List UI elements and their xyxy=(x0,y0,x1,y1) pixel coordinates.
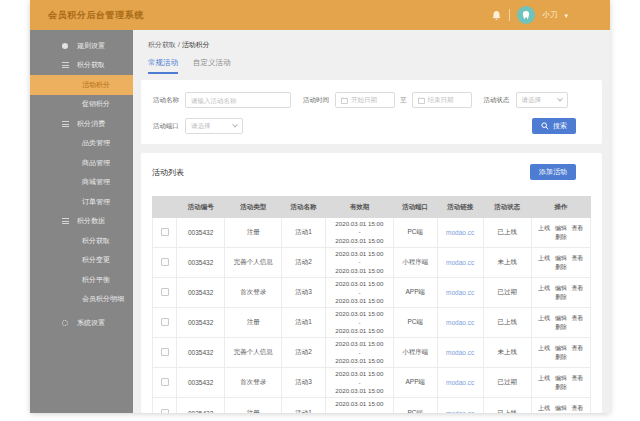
action-edit[interactable]: 编辑 xyxy=(555,225,567,231)
column-header: 有效期 xyxy=(325,197,393,218)
user-menu[interactable]: 小刀 xyxy=(542,10,557,20)
sidebar-item-label: 积分消费 xyxy=(77,119,105,129)
cell-port: PC端 xyxy=(393,398,437,413)
action-edit[interactable]: 编辑 xyxy=(555,405,567,411)
top-bar: 会员积分后台管理系统 小刀 ▾ xyxy=(30,0,610,30)
activity-link[interactable]: modao.cc xyxy=(446,229,474,236)
action-view[interactable]: 查看 xyxy=(572,285,584,291)
tab[interactable]: 自定义活动 xyxy=(193,58,231,74)
action-online[interactable]: 上线 xyxy=(538,345,550,351)
sidebar-item[interactable]: 会员积分明细 xyxy=(30,290,133,310)
start-date-placeholder: 开始日期 xyxy=(351,96,377,105)
validity-to: 2020.03.01 15:00 xyxy=(327,327,392,335)
action-edit[interactable]: 编辑 xyxy=(555,345,567,351)
sidebar-item[interactable]: 商城管理 xyxy=(30,173,133,193)
activity-name-input[interactable] xyxy=(185,92,291,108)
action-online[interactable]: 上线 xyxy=(538,255,550,261)
action-delete[interactable]: 删除 xyxy=(555,384,567,390)
sidebar-item[interactable]: 商品管理 xyxy=(30,153,133,173)
row-checkbox[interactable] xyxy=(161,228,169,236)
sidebar-item[interactable]: 促销积分 xyxy=(30,95,133,115)
action-online[interactable]: 上线 xyxy=(538,315,550,321)
sidebar-item-label: 积分平衡 xyxy=(82,275,110,285)
sidebar: 规则设置 积分获取 活动积分 促销积分 xyxy=(30,30,133,413)
action-edit[interactable]: 编辑 xyxy=(555,285,567,291)
sidebar-item-label: 积分数据 xyxy=(77,216,105,226)
breadcrumb-parent[interactable]: 积分获取 xyxy=(148,41,176,48)
action-online[interactable]: 上线 xyxy=(538,225,550,231)
search-button[interactable]: 搜索 xyxy=(532,118,576,134)
action-delete[interactable]: 删除 xyxy=(555,264,567,270)
activity-link[interactable]: modao.cc xyxy=(446,379,474,386)
activity-link[interactable]: modao.cc xyxy=(446,319,474,326)
action-edit[interactable]: 编辑 xyxy=(555,255,567,261)
action-online[interactable]: 上线 xyxy=(538,405,550,411)
activity-link[interactable]: modao.cc xyxy=(446,289,474,296)
table-row: 0035432 注册 活动1 2020.03.01 15:00 - 2020.0… xyxy=(153,398,591,413)
action-view[interactable]: 查看 xyxy=(572,375,584,381)
sidebar-item[interactable]: 规则设置 xyxy=(30,36,133,56)
caret-down-icon[interactable]: ▾ xyxy=(564,12,568,19)
cell-activity-name: 活动3 xyxy=(282,278,326,308)
activity-link[interactable]: modao.cc xyxy=(446,259,474,266)
action-view[interactable]: 查看 xyxy=(572,225,584,231)
action-delete[interactable]: 删除 xyxy=(555,234,567,240)
sidebar-item[interactable]: 积分数据 xyxy=(30,212,133,232)
tooth-avatar-icon xyxy=(520,9,532,21)
action-online[interactable]: 上线 xyxy=(538,375,550,381)
avatar[interactable] xyxy=(517,6,535,24)
cell-validity: 2020.03.01 15:00 - 2020.03.01 15:00 xyxy=(325,368,393,398)
validity-from: 2020.03.01 15:00 xyxy=(327,310,392,318)
action-online[interactable]: 上线 xyxy=(538,285,550,291)
action-view[interactable]: 查看 xyxy=(572,315,584,321)
row-checkbox[interactable] xyxy=(161,409,169,414)
row-checkbox[interactable] xyxy=(161,288,169,296)
validity-to: 2020.03.01 15:00 xyxy=(327,387,392,395)
sidebar-item[interactable]: 积分获取 xyxy=(30,231,133,251)
sidebar-item-label: 积分变更 xyxy=(82,255,110,265)
action-edit[interactable]: 编辑 xyxy=(555,375,567,381)
action-view[interactable]: 查看 xyxy=(572,345,584,351)
cell-link: modao.cc xyxy=(437,398,483,413)
breadcrumb-separator: / xyxy=(178,41,180,48)
action-delete[interactable]: 删除 xyxy=(555,294,567,300)
sidebar-item[interactable]: 积分获取 xyxy=(30,56,133,76)
cell-activity-type: 完善个人信息 xyxy=(225,338,282,368)
activity-port-select[interactable]: 请选择 xyxy=(185,118,243,134)
sidebar-item-label: 规则设置 xyxy=(77,41,105,51)
sidebar-item[interactable]: 积分变更 xyxy=(30,251,133,271)
row-checkbox[interactable] xyxy=(161,348,169,356)
activity-link[interactable]: modao.cc xyxy=(446,410,474,414)
date-range-separator: 至 xyxy=(400,96,407,105)
activity-status-select[interactable]: 请选择 xyxy=(516,92,568,108)
tab[interactable]: 常规活动 xyxy=(148,58,178,74)
validity-from: 2020.03.01 15:00 xyxy=(327,370,392,378)
sidebar-item[interactable]: 活动积分 xyxy=(30,75,133,95)
cell-activity-name: 活动2 xyxy=(282,248,326,278)
cell-activity-id: 0035432 xyxy=(177,278,225,308)
chevron-down-icon xyxy=(557,96,563,102)
action-delete[interactable]: 删除 xyxy=(555,324,567,330)
sidebar-item[interactable]: 品类管理 xyxy=(30,134,133,154)
row-checkbox[interactable] xyxy=(161,318,169,326)
table-row: 0035432 首次登录 活动3 2020.03.01 15:00 - 2020… xyxy=(153,278,591,308)
validity-to: 2020.03.01 15:00 xyxy=(327,297,392,305)
end-date-input[interactable]: 结束日期 xyxy=(412,92,472,108)
action-view[interactable]: 查看 xyxy=(572,405,584,411)
row-checkbox[interactable] xyxy=(161,378,169,386)
row-checkbox[interactable] xyxy=(161,258,169,266)
sidebar-item[interactable]: 积分平衡 xyxy=(30,270,133,290)
action-delete[interactable]: 删除 xyxy=(555,354,567,360)
cell-link: modao.cc xyxy=(437,248,483,278)
table-head: 活动编号 活动类型 活动名称 有效期 活动端口 活动链接 xyxy=(153,197,591,218)
sidebar-item[interactable]: 订单管理 xyxy=(30,192,133,212)
activity-link[interactable]: modao.cc xyxy=(446,349,474,356)
action-edit[interactable]: 编辑 xyxy=(555,315,567,321)
list-icon xyxy=(62,121,69,127)
notification-bell-button[interactable] xyxy=(491,10,502,21)
action-view[interactable]: 查看 xyxy=(572,255,584,261)
add-activity-button[interactable]: 添加活动 xyxy=(530,164,576,180)
sidebar-item[interactable]: 积分消费 xyxy=(30,114,133,134)
sidebar-item[interactable]: 系统设置 xyxy=(30,313,133,333)
start-date-input[interactable]: 开始日期 xyxy=(335,92,395,108)
